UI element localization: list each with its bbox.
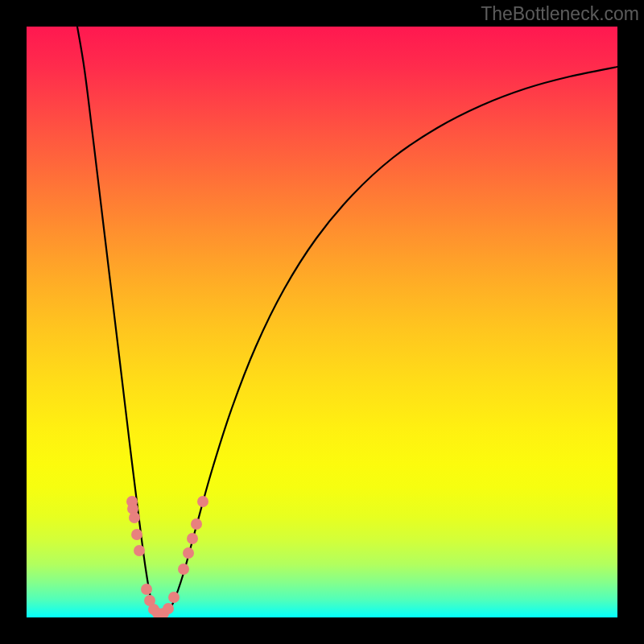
data-point-marker <box>141 584 152 595</box>
plot-area <box>27 27 617 617</box>
data-point-marker <box>178 564 189 575</box>
curve-group <box>77 27 617 617</box>
data-point-marker <box>183 547 194 559</box>
data-point-marker <box>131 529 142 540</box>
marker-group <box>126 496 208 617</box>
chart-frame: TheBottleneck.com <box>0 0 644 644</box>
curve-right-curve <box>159 67 617 617</box>
watermark-text: TheBottleneck.com <box>481 3 639 25</box>
data-point-marker <box>163 603 174 614</box>
data-point-marker <box>168 592 180 603</box>
curve-left-curve <box>77 27 159 617</box>
data-point-marker <box>134 545 145 556</box>
chart-svg <box>27 27 617 617</box>
data-point-marker <box>191 518 202 530</box>
data-point-marker <box>187 533 198 544</box>
data-point-marker <box>129 512 140 523</box>
data-point-marker <box>197 496 208 507</box>
